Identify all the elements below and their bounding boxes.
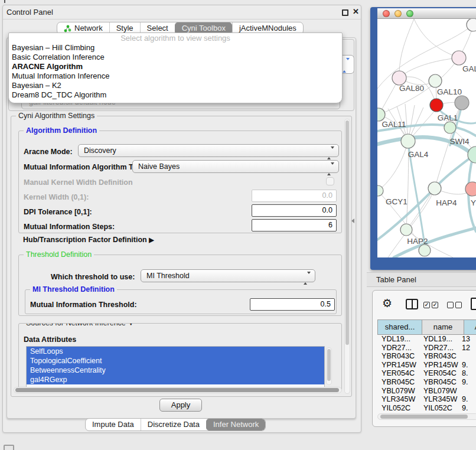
list-item[interactable]: BetweennessCentrality [27,366,324,375]
table-row[interactable]: YDL19...YDL19...13 [377,335,476,344]
table-body: YDL19...YDL19...13YDR27...YDR27...12YBR0… [377,335,476,412]
table-row[interactable]: YIL052CYIL052C9. [377,404,476,413]
dropdown-item[interactable]: Dream8 DC_TDC Algorithm [9,90,342,100]
table-panel-header: Table Panel [367,272,476,287]
network-canvas[interactable]: GALGAL80GAL10GAL1GAL11GAL4SWI4HAP4YGCY1H… [377,19,476,257]
column-header[interactable]: shared... [378,320,422,334]
window-edge-tick [4,0,5,3]
split-view-icon[interactable] [406,299,418,309]
list-item[interactable]: gal4RGexp [27,375,324,384]
deselect-all-checkbox-icon[interactable] [455,302,462,308]
dpi-tolerance-label: DPI Tolerance [0,1]: [24,208,92,216]
table-row[interactable]: YER054CYER054C8. [377,369,476,378]
table-row[interactable]: YDR27...YDR27...12 [377,344,476,353]
table-row[interactable]: YBR045CYBR045C9. [377,378,476,387]
gear-icon[interactable]: ⚙ [382,296,392,309]
network-node[interactable] [400,224,412,236]
mi-algorithm-type-select[interactable]: Naive Bayes [132,160,339,173]
dropdown-item[interactable]: Bayesian – Hill Climbing [9,43,342,53]
tab-label: Infer Network [213,419,259,431]
aracne-mode-label: Aracne Mode: [24,148,73,156]
list-item[interactable]: TopologicalCoefficient [27,356,324,366]
table-cell: YBL079W [419,387,459,396]
kernel-width-field: 0.0 [252,190,337,202]
column-header[interactable]: A [464,320,476,334]
table-cell: 9. [459,395,476,404]
list-scrollbar[interactable] [326,347,332,385]
table-cell: YPR145W [419,361,459,370]
table-row[interactable]: YBR043CYBR043C [377,352,476,361]
zoom-window-icon[interactable] [406,10,413,17]
minimize-window-icon[interactable] [395,10,402,17]
network-node[interactable] [455,96,469,110]
which-threshold-select[interactable]: MI Threshold [141,269,315,282]
network-node[interactable] [467,19,476,31]
network-node[interactable] [429,74,442,87]
table-cell: YER054C [419,369,459,378]
table-horizontal-scrollbar[interactable] [377,413,476,420]
table-cell: YPR145W [377,361,419,370]
column-header[interactable]: name [422,320,464,334]
minimized-panel-icon[interactable] [4,445,14,450]
dropdown-item-selected[interactable]: ARACNE Algorithm [9,62,342,71]
network-node[interactable] [377,108,385,121]
dropdown-item[interactable]: Mutual Information Inference [9,71,342,81]
dpi-tolerance-field[interactable]: 0.0 [252,204,337,217]
tab-label: Impute Data [92,419,134,431]
deselect-all-checkbox-icon[interactable] [447,302,454,308]
select-all-checkbox-icon[interactable]: ✓ [432,302,438,308]
mi-type-value: Naive Bayes [138,162,180,171]
table-header-row: shared... name A [377,319,476,335]
mi-threshold-field[interactable]: 0.5 [250,298,335,311]
network-node[interactable] [401,134,415,148]
table-row[interactable]: YBL079WYBL079W [377,387,476,396]
network-node[interactable] [444,122,456,133]
close-window-icon[interactable] [383,10,390,17]
table-row[interactable]: YLR345WYLR345W9. [377,395,476,404]
dropdown-item[interactable]: Basic Correlation Inference [9,53,342,62]
table-cell: 9. [459,378,476,387]
sources-title: Sources for Network Inference [26,323,126,327]
table-cell: YDR27... [419,344,459,353]
mi-steps-label: Mutual Information Steps: [24,223,115,231]
close-icon[interactable]: ✕ [353,7,359,16]
network-view-window[interactable]: GALGAL80GAL10GAL1GAL11GAL4SWI4HAP4YGCY1H… [370,7,476,270]
data-attributes-list[interactable]: SelfLoops TopologicalCoefficient Between… [26,346,325,387]
splitter-arrow-icon[interactable] [351,219,354,223]
apply-button[interactable]: Apply [159,399,202,412]
hub-definition-toggle[interactable]: Hub/Transcription Factor Definition ▶ [23,236,154,244]
manual-kernel-width-checkbox[interactable] [326,177,334,185]
table-row[interactable]: YPR145WYPR145W9. [377,361,476,370]
sources-toggle[interactable]: Sources for Network Inference ▼ [24,323,136,327]
dropdown-item[interactable]: Bayesian – K2 [9,81,342,90]
tab-discretize-data[interactable]: Discretize Data [141,419,206,431]
mi-threshold-label: Mutual Information Threshold: [30,301,137,309]
network-node[interactable] [430,99,443,112]
mi-steps-field[interactable]: 6 [252,219,337,231]
network-node[interactable] [428,182,441,195]
table-cell [459,387,476,396]
select-all-checkbox-icon[interactable]: ✓ [423,302,430,308]
table-cell: YIL052C [419,404,459,413]
node-label: SWI4 [449,137,469,146]
network-icon [64,25,71,32]
network-node[interactable] [392,71,406,85]
which-threshold-value: MI Threshold [146,272,190,280]
combo-arrows-icon [304,272,311,284]
table-options-icon[interactable] [471,298,476,310]
network-node[interactable] [452,51,466,65]
float-panel-icon[interactable] [342,9,348,16]
aracne-mode-select[interactable]: Discovery [78,144,339,157]
settings-vertical-scrollbar[interactable] [344,119,350,394]
network-node[interactable] [419,244,431,256]
network-node[interactable] [468,146,476,163]
list-item[interactable]: SelfLoops [27,347,324,356]
tab-impute-data[interactable]: Impute Data [86,419,141,431]
network-node[interactable] [465,182,476,196]
settings-horizontal-scrollbar[interactable] [14,387,342,393]
panel-title: Control Panel [6,5,53,19]
tab-infer-network[interactable]: Infer Network [206,419,265,431]
kernel-width-label: Kernel Width (0,1): [24,193,89,201]
table-cell: YIL052C [377,404,419,413]
expand-down-icon: ▼ [128,323,134,327]
